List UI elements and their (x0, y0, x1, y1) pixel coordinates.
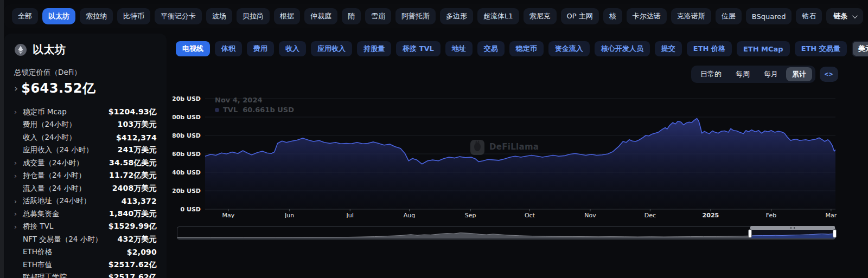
chevron-right-icon[interactable]: › (14, 172, 23, 180)
chevron-down-icon (852, 13, 858, 18)
stat-row: ›稳定币 Mcap$1204.93亿 (14, 106, 157, 119)
chain-tab[interactable]: 索拉纳 (80, 8, 113, 24)
chain-tab[interactable]: 隋 (342, 8, 361, 24)
metric-tab[interactable]: 收入 (279, 41, 306, 56)
metric-tab[interactable]: 费用 (247, 41, 274, 56)
chevron-right-icon[interactable]: › (14, 197, 23, 205)
period-option[interactable]: 日常的 (694, 67, 727, 81)
chain-tab[interactable]: 比特币 (117, 8, 150, 24)
stat-value: 1,840万美元 (109, 209, 157, 219)
metric-tab[interactable]: 地址 (445, 41, 473, 56)
metric-tab[interactable]: ETH 价格 (687, 41, 732, 56)
metric-tabs-group: 电视线体积费用收入应用收入持股量桥接 TVL地址交易稳定币资金流入核心开发人员提… (176, 41, 852, 56)
chain-title: 以太坊 (33, 42, 66, 57)
metric-tab[interactable]: 交易 (477, 41, 505, 56)
chain-tab[interactable]: 全部 (12, 8, 38, 24)
metric-tab[interactable]: 提交 (655, 41, 682, 56)
metric-tab[interactable]: 电视线 (176, 41, 210, 56)
period-option[interactable]: 每周 (730, 67, 756, 81)
chevron-right-icon[interactable]: › (14, 108, 23, 116)
stat-value: 34.58亿美元 (109, 158, 157, 168)
stat-value: 2408万美元 (112, 184, 157, 193)
chain-tab[interactable]: 仲裁庭 (304, 8, 337, 24)
svg-text:Mar: Mar (825, 212, 837, 218)
metric-tab[interactable]: ETH 交易量 (795, 41, 847, 56)
chain-tab[interactable]: 根据 (274, 8, 300, 24)
chain-tab[interactable]: 克洛诺斯 (671, 8, 711, 24)
stat-label: 持仓量（24 小时） (23, 171, 86, 180)
chart-panel: 电视线体积费用收入应用收入持股量桥接 TVL地址交易稳定币资金流入核心开发人员提… (171, 34, 864, 278)
metric-tab[interactable]: 核心开发人员 (595, 41, 650, 56)
stat-row: ›总募集资金1,840万美元 (14, 208, 157, 221)
stat-value: 241万美元 (118, 145, 157, 155)
chain-tab[interactable]: 锆石 (796, 8, 822, 24)
period-option[interactable]: 每月 (758, 67, 784, 81)
stat-value: $2517.62亿 (108, 273, 157, 278)
svg-text:0 USD: 0 USD (181, 206, 201, 213)
chain-tab[interactable]: 索尼克 (524, 8, 557, 24)
chain-tab[interactable]: 多边形 (440, 8, 473, 24)
chain-tab[interactable]: 贝拉尚 (237, 8, 270, 24)
chain-tab[interactable]: 核 (603, 8, 622, 24)
page-left-edge (0, 0, 4, 278)
brush-handle-left[interactable] (748, 229, 752, 238)
chain-tab[interactable]: 波场 (206, 8, 232, 24)
embed-chart-button[interactable]: <> (820, 67, 838, 82)
chart-controls-row: 日常的每周每月累计 <> (171, 66, 864, 83)
stat-label: 稳定币 Mcap (23, 107, 67, 117)
stat-value: 432万美元 (118, 235, 157, 244)
brush-selection-bar[interactable] (750, 226, 835, 230)
stat-value: 103万美元 (118, 120, 157, 130)
stat-value: 413,372 (122, 197, 157, 205)
chain-tab[interactable]: OP 主网 (561, 8, 599, 24)
svg-text:Aug: Aug (404, 212, 415, 218)
stat-value: $1529.99亿 (108, 222, 157, 231)
svg-text:Nov: Nov (584, 212, 596, 218)
tvl-area-chart[interactable]: 0 USD20b USD40b USD60b USD80b USD100b US… (173, 90, 838, 218)
stat-row: ETH市值$2517.62亿 (14, 258, 157, 271)
stat-label: ETH市值 (23, 260, 52, 270)
chain-tab[interactable]: 阿普托斯 (395, 8, 436, 24)
chain-tabs-group: 全部以太坊索拉纳比特币平衡记分卡波场贝拉尚根据仲裁庭隋雪崩阿普托斯多边形超流体L… (12, 8, 826, 24)
stat-value: 11.72亿美元 (109, 171, 157, 180)
chain-navbar: 全部以太坊索拉纳比特币平衡记分卡波场贝拉尚根据仲裁庭隋雪崩阿普托斯多边形超流体L… (4, 4, 864, 28)
ethereum-logo-icon (14, 43, 27, 56)
metric-tab[interactable]: 应用收入 (311, 41, 352, 56)
chain-summary-panel: 以太坊 总锁定价值（DeFi） › $643.52亿 ›稳定币 Mcap$120… (4, 34, 167, 278)
stat-row: ETH价格$2,090 (14, 246, 157, 259)
timeline-brush[interactable] (177, 227, 835, 240)
metric-tab[interactable]: 持股量 (357, 41, 391, 56)
svg-text:2025: 2025 (703, 212, 719, 218)
stat-label: 总募集资金 (23, 209, 60, 219)
stat-row: 应用收入（24 小时）241万美元 (14, 144, 157, 157)
svg-text:May: May (222, 212, 235, 218)
chains-dropdown-label: 链条 (833, 11, 847, 21)
chain-tab[interactable]: 卡尔达诺 (627, 8, 667, 24)
metric-tab[interactable]: 桥接 TVL (396, 41, 441, 56)
stat-label: 联邦理工学院 (23, 273, 67, 278)
chains-dropdown-button[interactable]: 链条 (826, 8, 863, 24)
chevron-right-icon[interactable]: › (14, 210, 23, 218)
tvl-chart-svg: 0 USD20b USD40b USD60b USD80b USD100b US… (173, 90, 838, 218)
chain-tab[interactable]: 位层 (716, 8, 742, 24)
stat-row: 流入量（24 小时）2408万美元 (14, 182, 157, 195)
chevron-right-icon[interactable]: › (14, 223, 23, 231)
metric-tab[interactable]: 体积 (215, 41, 242, 56)
expand-chevron-icon[interactable]: › (14, 83, 18, 93)
stat-label: ETH价格 (23, 247, 52, 257)
metric-tab[interactable]: 稳定币 (509, 41, 544, 56)
chain-tab[interactable]: 平衡记分卡 (155, 8, 202, 24)
chain-tab[interactable]: 以太坊 (42, 8, 75, 24)
stat-row: 联邦理工学院$2517.62亿 (14, 271, 157, 278)
currency-option[interactable]: 美元 (853, 42, 868, 56)
brush-handle-right[interactable] (833, 229, 837, 238)
chevron-right-icon[interactable]: › (14, 159, 23, 167)
metric-tab[interactable]: ETH MCap (737, 41, 790, 56)
metric-tabs-row: 电视线体积费用收入应用收入持股量桥接 TVL地址交易稳定币资金流入核心开发人员提… (171, 34, 864, 57)
chain-tab[interactable]: 雪崩 (365, 8, 391, 24)
period-option[interactable]: 累计 (786, 67, 812, 81)
chain-tab[interactable]: BSquared (746, 8, 792, 24)
metric-tab[interactable]: 资金流入 (548, 41, 590, 56)
stat-label: 费用（24小时） (23, 120, 76, 130)
chain-tab[interactable]: 超流体L1 (477, 8, 519, 24)
